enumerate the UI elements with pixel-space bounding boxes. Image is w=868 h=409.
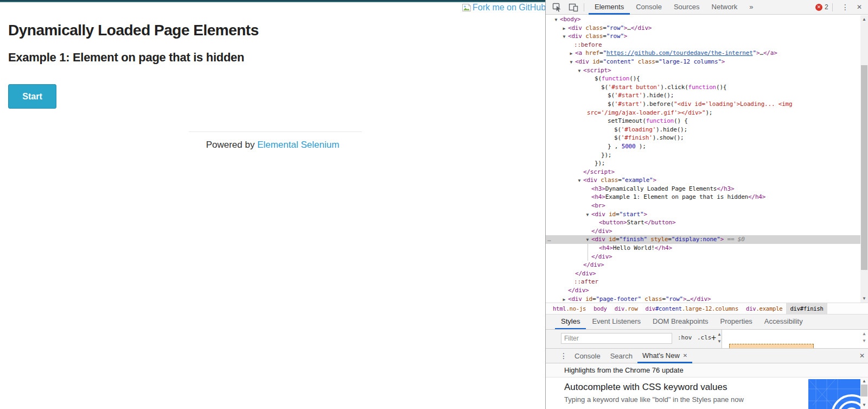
- dom-tree-row[interactable]: $('#start').before("<div id='loading'>Lo…: [546, 100, 860, 109]
- drawer-menu-icon[interactable]: ⋮: [560, 351, 567, 360]
- dom-tree-row[interactable]: $('#loading').hide();: [546, 125, 860, 134]
- devtools-tab-strip: ElementsConsoleSourcesNetwork»: [589, 0, 760, 15]
- pseudo-state-button[interactable]: :hov: [678, 334, 692, 341]
- expand-arrow-closed-icon[interactable]: ▶: [569, 49, 574, 58]
- dom-tree-row[interactable]: ▼<div id="start">: [546, 210, 860, 219]
- breadcrumb-item[interactable]: body: [590, 303, 611, 314]
- tab-sources[interactable]: Sources: [668, 0, 706, 15]
- drawer-close-icon[interactable]: ✕: [859, 352, 865, 360]
- dom-tree-row[interactable]: $('#start').hide();: [546, 91, 860, 100]
- dom-tree-row[interactable]: </script>: [546, 168, 860, 177]
- dom-tree-row[interactable]: ▶<div id="page-footer" class="row">…</di…: [546, 295, 860, 303]
- expand-arrow-closed-icon[interactable]: ▶: [561, 295, 567, 303]
- drawer-scrollbar-thumb[interactable]: [861, 385, 867, 397]
- code-kw: function: [602, 75, 629, 82]
- dom-tree-row[interactable]: <br>: [546, 202, 860, 210]
- error-badge-icon[interactable]: ✕: [815, 4, 822, 11]
- code-attr: class: [597, 177, 618, 184]
- dom-tree-row[interactable]: ▶<div class="row">…</div>: [546, 24, 860, 33]
- devtools-menu-icon[interactable]: ⋮: [841, 3, 849, 11]
- breadcrumb-item[interactable]: html.no-js: [549, 303, 590, 314]
- whats-new-thumbnail[interactable]: [808, 379, 861, 409]
- dom-tree-row[interactable]: ▼<div id="content" class="large-12 colum…: [546, 58, 860, 66]
- dom-tree-row[interactable]: <h3>Dynamically Loaded Page Elements</h3…: [546, 185, 860, 193]
- scroll-down-icon[interactable]: ▼: [860, 296, 868, 301]
- breadcrumb-item[interactable]: div#content.large-12.columns: [642, 303, 742, 314]
- sidebar-tab-dom-breakpoints[interactable]: DOM Breakpoints: [647, 314, 714, 329]
- dom-tree-row[interactable]: ▶<a href="https://github.com/tourdedave/…: [546, 49, 860, 58]
- inspect-element-icon[interactable]: [552, 3, 562, 14]
- close-tab-icon[interactable]: ✕: [683, 349, 687, 362]
- code-plain: Dynamically Loaded Page Elements: [605, 185, 717, 192]
- sidebar-tab-accessibility[interactable]: Accessibility: [758, 314, 809, 329]
- dom-tree-row[interactable]: } , 5000 );: [546, 142, 860, 151]
- sidebar-tab-event-listeners[interactable]: Event Listeners: [586, 314, 647, 329]
- devtools-close-icon[interactable]: ✕: [857, 3, 862, 11]
- code-tag: </div>: [690, 295, 711, 303]
- dom-tree-row[interactable]: $(function(){: [546, 74, 860, 83]
- class-toggle-button[interactable]: .cls: [697, 334, 712, 341]
- code-tag: </div>: [568, 287, 589, 294]
- sidebar-tab-properties[interactable]: Properties: [714, 314, 758, 329]
- expand-arrow-closed-icon[interactable]: ▶: [561, 24, 567, 33]
- dom-tree-row[interactable]: ▼<div class="example">: [546, 176, 860, 185]
- scroll-up-icon[interactable]: ▲: [860, 17, 868, 22]
- expand-arrow-open-icon[interactable]: ▼: [585, 236, 590, 244]
- dom-tree-row[interactable]: setTimeout(function() {: [546, 117, 860, 125]
- page-footer: Powered by Elemental Selenium: [0, 140, 545, 150]
- dom-tree-row[interactable]: </div>: [546, 227, 860, 236]
- drawer-tab-what-s-new[interactable]: What's New✕: [637, 349, 692, 363]
- scrollbar-thumb[interactable]: [861, 65, 867, 270]
- dom-tree-row[interactable]: <h4>Hello World!</h4>: [546, 244, 860, 253]
- drawer-tab-search[interactable]: Search: [605, 349, 637, 363]
- tab-network[interactable]: Network: [706, 0, 744, 15]
- tab-console[interactable]: Console: [630, 0, 668, 15]
- styles-filter-input[interactable]: [561, 333, 672, 344]
- dom-tree-row[interactable]: $('#finish').show();: [546, 134, 860, 142]
- dom-tree-row[interactable]: ▼<div class="row">: [546, 32, 860, 41]
- code-tag: </div>: [583, 261, 604, 268]
- expand-arrow-open-icon[interactable]: ▼: [577, 67, 582, 75]
- dom-tree-row[interactable]: </div>: [546, 261, 860, 269]
- drawer-scroll-down-icon[interactable]: ▼: [860, 402, 868, 408]
- expand-arrow-open-icon[interactable]: ▼: [561, 33, 567, 41]
- dom-tree-row[interactable]: ▼…<div id="finish" style="display:none">…: [546, 235, 860, 244]
- dom-tree-row[interactable]: <h4>Example 1: Element on page that is h…: [546, 193, 860, 202]
- drawer-scrollbar[interactable]: ▲ ▼: [860, 377, 868, 409]
- dom-tree-row[interactable]: <button>Start</button>: [546, 218, 860, 227]
- dom-tree-row[interactable]: </div>: [546, 286, 860, 295]
- device-toolbar-icon[interactable]: [569, 3, 578, 14]
- breadcrumb-item[interactable]: div#finish: [786, 303, 827, 314]
- dom-tree-row[interactable]: });: [546, 151, 860, 160]
- tab-elements[interactable]: Elements: [589, 0, 630, 15]
- sidebar-tab-styles[interactable]: Styles: [555, 314, 586, 329]
- row-actions-ellipsis[interactable]: …: [547, 235, 551, 244]
- more-tabs-icon[interactable]: »: [743, 0, 759, 15]
- breadcrumb-item[interactable]: div.example: [742, 303, 786, 314]
- fork-link[interactable]: Fork me on GitHub: [462, 3, 546, 12]
- dom-tree-row[interactable]: ::before: [546, 41, 860, 49]
- code-attr: class: [582, 33, 603, 40]
- drawer-scroll-up-icon[interactable]: ▲: [860, 379, 868, 384]
- dom-tree-row[interactable]: $('#start button').click(function(){: [546, 83, 860, 92]
- dom-tree-row[interactable]: src='/img/ajax-loader.gif'></div>");: [546, 109, 860, 117]
- dom-tree-row[interactable]: ::after: [546, 278, 860, 286]
- breadcrumb-item[interactable]: div.row: [611, 303, 642, 314]
- drawer-tab-console[interactable]: Console: [570, 349, 605, 363]
- expand-arrow-open-icon[interactable]: ▼: [553, 16, 559, 24]
- dom-tree-row[interactable]: });: [546, 159, 860, 168]
- computed-scroll-up-icon[interactable]: ▲: [860, 331, 868, 337]
- dom-tree-row[interactable]: ▼<body>: [546, 15, 860, 24]
- dom-tree-scrollbar[interactable]: ▲ ▼: [860, 15, 868, 303]
- browser-page: Fork me on GitHub Dynamically Loaded Pag…: [0, 0, 545, 409]
- expand-arrow-open-icon[interactable]: ▼: [577, 177, 582, 185]
- code-kw: function: [688, 84, 716, 91]
- expand-arrow-open-icon[interactable]: ▼: [585, 211, 590, 219]
- dom-tree-row[interactable]: </div>: [546, 253, 860, 261]
- computed-scroll-down-icon[interactable]: ▼: [860, 338, 868, 344]
- start-button[interactable]: Start: [8, 84, 56, 109]
- dom-tree-row[interactable]: </div>: [546, 269, 860, 278]
- expand-arrow-open-icon[interactable]: ▼: [569, 58, 574, 67]
- dom-tree-row[interactable]: ▼<script>: [546, 66, 860, 75]
- elemental-selenium-link[interactable]: Elemental Selenium: [257, 140, 339, 150]
